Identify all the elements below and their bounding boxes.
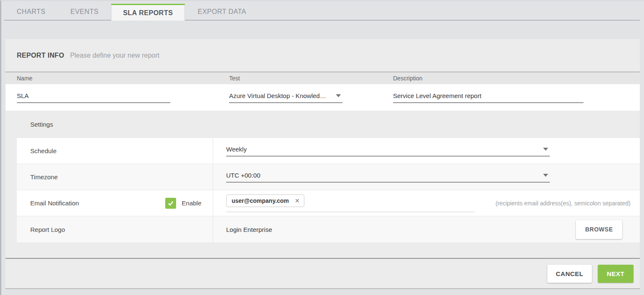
name-input[interactable]: SLA [17,92,170,103]
schedule-row: Schedule Weekly [17,138,640,164]
test-select[interactable]: Azure Virtual Desktop - Knowled… [229,92,343,103]
chevron-down-icon [543,148,548,151]
cancel-button[interactable]: CANCEL [547,265,592,283]
timezone-label: Timezone [17,164,213,190]
email-recipients-input[interactable]: user@company.com ✕ [226,194,475,212]
report-logo-row: Report Logo Login Enterprise BROWSE [17,216,640,242]
chevron-down-icon [543,174,548,177]
email-chip: user@company.com ✕ [226,194,304,207]
test-select-value: Azure Virtual Desktop - Knowled… [229,92,326,99]
name-label: Name [17,75,229,82]
description-input[interactable]: Service Level Agreement report [393,92,583,103]
email-hint-text: (recipients email address(es), semicolon… [496,200,631,207]
email-notification-row: Email Notification Enable user@company.c… [17,190,640,216]
email-chip-text: user@company.com [232,197,289,204]
chevron-down-icon [336,94,341,97]
tab-bar: CHARTS EVENTS SLA REPORTS EXPORT DATA [4,1,640,21]
description-label: Description [393,75,640,82]
schedule-select-value: Weekly [226,146,247,153]
timezone-select-value: UTC +00:00 [226,172,260,179]
email-enable-group: Enable [165,198,201,209]
card-bottom-padding [5,242,640,258]
timezone-select[interactable]: UTC +00:00 [226,172,550,183]
fields-row: SLA Azure Virtual Desktop - Knowled… Ser… [5,84,640,111]
email-enable-label: Enable [182,199,201,207]
email-notification-label: Email Notification [30,199,79,207]
report-logo-label: Report Logo [17,216,213,242]
page-subtitle: Please define your new report [70,52,160,59]
test-label: Test [229,75,393,82]
tab-sla-reports[interactable]: SLA REPORTS [111,4,185,21]
page-title: REPORT INFO [17,52,64,59]
checkmark-icon [167,199,174,207]
timezone-row: Timezone UTC +00:00 [17,164,640,190]
tab-events[interactable]: EVENTS [58,4,111,20]
report-logo-value: Login Enterprise [226,226,272,233]
next-button[interactable]: NEXT [598,265,633,283]
browse-button[interactable]: BROWSE [576,220,622,239]
schedule-select[interactable]: Weekly [226,146,550,157]
settings-section-header: Settings [5,111,640,138]
schedule-label: Schedule [17,138,213,164]
remove-email-icon[interactable]: ✕ [295,197,300,204]
email-enable-checkbox[interactable] [165,198,176,209]
field-labels-row: Name Test Description [5,72,640,84]
settings-table: Schedule Weekly Timezone UTC +00:00 Emai… [17,138,640,242]
report-info-card: REPORT INFO Please define your new repor… [5,39,640,258]
settings-title: Settings [30,121,53,128]
card-header: REPORT INFO Please define your new repor… [5,39,640,72]
tab-charts[interactable]: CHARTS [4,4,58,20]
tab-export-data[interactable]: EXPORT DATA [185,4,259,20]
footer-actions: CANCEL NEXT [5,259,640,289]
